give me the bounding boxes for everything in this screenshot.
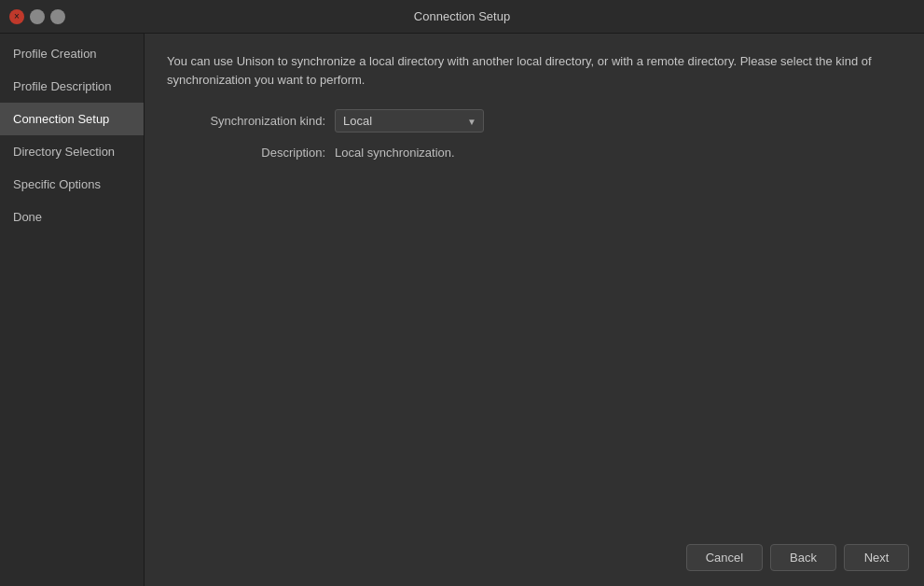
- form-area: Synchronization kind: Local Remote (SSH)…: [176, 109, 902, 160]
- close-button[interactable]: ×: [9, 9, 24, 24]
- sidebar-item-connection-setup[interactable]: Connection Setup: [0, 103, 144, 135]
- cancel-button[interactable]: Cancel: [686, 544, 763, 571]
- next-button[interactable]: Next: [844, 544, 909, 571]
- sync-kind-dropdown-wrapper: Local Remote (SSH) Remote (Socket) ▼: [335, 109, 484, 133]
- maximize-button[interactable]: [50, 9, 65, 24]
- sidebar: Profile Creation Profile Description Con…: [0, 34, 145, 586]
- sidebar-item-profile-description[interactable]: Profile Description: [0, 70, 144, 103]
- description-value: Local synchronization.: [335, 146, 455, 160]
- titlebar: × Connection Setup: [0, 0, 924, 34]
- sync-kind-label: Synchronization kind:: [176, 114, 325, 128]
- window-title: Connection Setup: [414, 9, 510, 23]
- sync-kind-select[interactable]: Local Remote (SSH) Remote (Socket): [335, 109, 484, 133]
- description-row: Description: Local synchronization.: [176, 146, 902, 160]
- minimize-button[interactable]: [30, 9, 45, 24]
- sidebar-item-specific-options[interactable]: Specific Options: [0, 168, 144, 201]
- description-label: Description:: [176, 146, 325, 160]
- sync-kind-row: Synchronization kind: Local Remote (SSH)…: [176, 109, 902, 133]
- back-button[interactable]: Back: [770, 544, 836, 571]
- sidebar-item-directory-selection[interactable]: Directory Selection: [0, 135, 144, 168]
- sidebar-item-done[interactable]: Done: [0, 201, 144, 233]
- footer-buttons: Cancel Back Next: [686, 544, 909, 571]
- description-text: You can use Unison to synchronize a loca…: [167, 52, 902, 89]
- window-controls: ×: [9, 9, 65, 24]
- main-layout: Profile Creation Profile Description Con…: [0, 34, 924, 586]
- sidebar-item-profile-creation[interactable]: Profile Creation: [0, 37, 144, 70]
- content-area: You can use Unison to synchronize a loca…: [145, 34, 924, 586]
